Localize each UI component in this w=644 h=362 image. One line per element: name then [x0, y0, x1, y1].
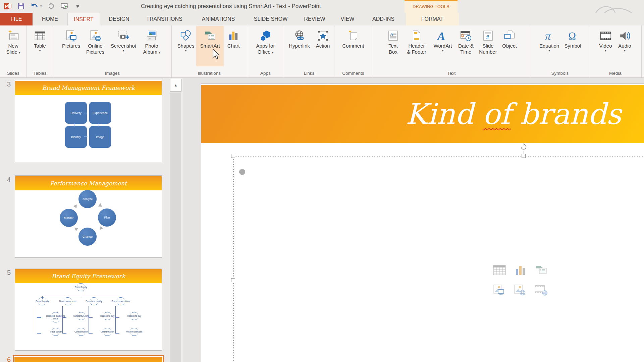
tree-node-familiarity-liking: Familiarity/Liking [71, 315, 91, 317]
powerpoint-icon[interactable]: P [3, 2, 12, 10]
button-label: SlideNumber [479, 43, 497, 55]
insert-video-icon[interactable] [533, 284, 549, 297]
shapes-button[interactable]: Shapes▾ [175, 26, 196, 66]
quick-access-toolbar: P▾ [3, 2, 82, 10]
undo-button[interactable] [30, 2, 39, 10]
slide-number-icon: # [481, 29, 495, 43]
scrollbar-thumb[interactable] [170, 93, 181, 362]
misspelled-word: of [483, 97, 511, 131]
tab-slide-show[interactable]: SLIDE SHOW [246, 13, 295, 25]
video-button[interactable]: Video▾ [596, 26, 615, 66]
group-label-images: Images [53, 71, 171, 76]
photo-album-button[interactable]: PhotoAlbum ▾ [139, 26, 165, 66]
cycle-shape-analyze: Analyze [78, 190, 97, 208]
tab-animations[interactable]: ANIMATIONS [191, 13, 246, 25]
customize-qat-button[interactable] [73, 2, 82, 10]
tab-view[interactable]: VIEW [334, 13, 361, 25]
placeholder-handle-leftmiddle[interactable] [231, 278, 235, 282]
tab-design[interactable]: DESIGN [100, 13, 138, 25]
rotation-handle[interactable] [520, 143, 528, 151]
screenshot-button[interactable]: Screenshot▾ [108, 26, 139, 66]
table-button[interactable]: Table▾ [30, 26, 50, 66]
slide-title-text[interactable]: Kind of brands [406, 97, 622, 131]
start-slideshow-button[interactable] [60, 2, 69, 10]
ribbon-group-apps: Apps forOffice ▾Apps [247, 25, 284, 77]
date-time-button[interactable]: Date &Time [455, 26, 477, 66]
ribbon-group-tables: Table▾Tables [27, 25, 53, 77]
button-label: Chart [227, 43, 240, 49]
text-box-button[interactable]: ATextBox [383, 26, 403, 66]
button-label: Hyperlink [289, 43, 310, 49]
video-icon [599, 29, 612, 43]
slide-number-button[interactable]: #SlideNumber [477, 26, 499, 66]
new-slide-button[interactable]: NewSlide ▾ [2, 26, 24, 66]
redo-button[interactable] [47, 2, 55, 10]
slide-thumbnail-6[interactable] [13, 355, 164, 362]
slide-thumbnail-3[interactable]: Brand Management FrameworkDeliveryExperi… [15, 80, 162, 162]
symbol-button[interactable]: ΩSymbol [562, 26, 584, 66]
tab-format[interactable]: FORMAT [406, 13, 459, 25]
tree-connector [42, 296, 121, 296]
thumb-banner: Performance Management [15, 176, 162, 190]
header-footer-button[interactable]: Header& Footer [403, 26, 430, 66]
slide-thumbnail-4[interactable]: Performance ManagementAnalyzePlanChangeM… [15, 175, 162, 258]
dropdown-caret-icon: ▾ [605, 49, 606, 52]
tab-insert[interactable]: INSERT [67, 13, 100, 25]
placeholder-border-left[interactable] [233, 156, 234, 362]
insert-smartart-icon[interactable] [533, 263, 549, 277]
double-arrow-icon: ↔ [83, 133, 89, 138]
slide-title-banner[interactable]: Kind of brands [201, 85, 644, 143]
button-label: Apps forOffice ▾ [256, 43, 275, 56]
apps-icon [259, 29, 272, 43]
button-label: Screenshot [111, 43, 136, 49]
comment-button[interactable]: Comment [339, 26, 367, 66]
tree-node-brand-associations: Brand associations [110, 300, 131, 303]
thumbnail-scrollbar[interactable]: ▲ [170, 78, 182, 362]
apps-for-office-button[interactable]: Apps forOffice ▾ [252, 26, 279, 66]
tree-connector [62, 333, 66, 334]
audio-icon [618, 29, 632, 43]
thumb-title: Performance Management [50, 180, 127, 187]
pictures-icon[interactable] [492, 284, 507, 297]
insert-table-icon[interactable] [492, 263, 507, 277]
online-pictures-button[interactable]: OnlinePictures [82, 26, 108, 66]
placeholder-handle-topcenter[interactable] [522, 154, 526, 158]
save-button[interactable] [17, 2, 25, 10]
group-label-links: Links [284, 71, 334, 76]
slide-thumbnail-panel[interactable]: ▲ 3Brand Management FrameworkDeliveryExp… [0, 78, 183, 362]
online-pictures-icon[interactable] [513, 284, 528, 297]
smartart-button[interactable]: SmartArt [196, 26, 224, 66]
slide-number-5: 5 [2, 269, 11, 277]
wordart-button[interactable]: AWordArt▾ [430, 26, 455, 66]
pictures-button[interactable]: Pictures [60, 26, 82, 66]
insert-chart-icon[interactable] [513, 263, 528, 277]
object-button[interactable]: Object [499, 26, 520, 66]
cycle-shape-change: Change [78, 228, 97, 246]
tab-file[interactable]: FILE [0, 13, 33, 25]
button-label: NewSlide ▾ [6, 43, 20, 56]
tab-review[interactable]: REVIEW [295, 13, 334, 25]
tab-home[interactable]: HOME [33, 13, 67, 25]
tree-connector [115, 333, 119, 334]
tab-transitions[interactable]: TRANSITIONS [138, 13, 191, 25]
audio-button[interactable]: Audio▾ [615, 26, 635, 66]
chart-button[interactable]: Chart [224, 26, 243, 66]
placeholder-border-top[interactable] [233, 156, 644, 157]
equation-icon: π [543, 29, 556, 43]
button-label: Video [599, 43, 612, 49]
tree-node-root: Brand Equity [69, 286, 93, 289]
slide-canvas[interactable]: Kind of brands [201, 83, 644, 362]
cycle-arrow-icon [73, 226, 78, 231]
tree-connector [62, 306, 63, 333]
slide-thumbnail-5[interactable]: Brand Equity FrameworkBrand EquityBrand … [15, 268, 162, 351]
window-title: Creating eye catching presentations usin… [141, 0, 321, 13]
equation-button[interactable]: πEquation▾ [537, 26, 562, 66]
button-label: Audio [618, 43, 631, 49]
placeholder-handle-topleft[interactable] [231, 154, 235, 158]
matrix-shape-image: Image [89, 126, 111, 148]
cycle-arrow-icon [98, 203, 103, 208]
scroll-up-button[interactable]: ▲ [170, 79, 181, 92]
action-button[interactable]: Action [313, 26, 333, 66]
hyperlink-button[interactable]: Hyperlink [286, 26, 313, 66]
tab-add-ins[interactable]: ADD-INS [361, 13, 406, 25]
